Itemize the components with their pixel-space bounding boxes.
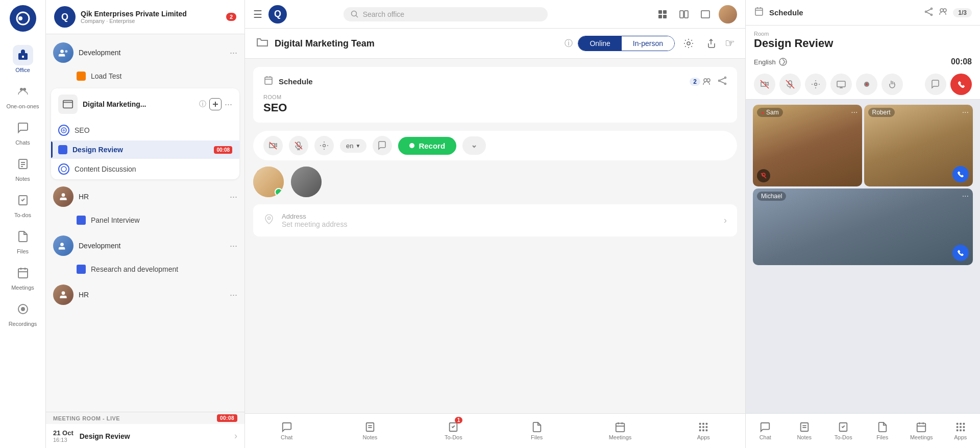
camera-off-btn[interactable] — [263, 136, 283, 155]
svg-line-83 — [761, 80, 769, 88]
michael-name: Michael — [761, 193, 782, 200]
design-review-room-item[interactable]: Design Review 00:08 — [51, 140, 239, 159]
svg-point-77 — [931, 14, 933, 15]
right-nav-apps[interactable]: Apps — [941, 414, 981, 448]
svg-rect-104 — [963, 423, 965, 425]
inperson-tab[interactable]: In-person — [622, 36, 674, 51]
svg-rect-65 — [699, 426, 701, 428]
svg-rect-108 — [957, 430, 959, 432]
todos-nav-badge: 1 — [455, 417, 463, 423]
right-people-icon[interactable] — [939, 7, 948, 18]
svg-rect-87 — [837, 81, 845, 87]
share-btn[interactable] — [702, 35, 720, 52]
box-view-icon[interactable] — [697, 6, 714, 22]
call-screen-btn[interactable] — [830, 74, 852, 95]
user-avatar[interactable] — [719, 5, 737, 23]
main-header: ☰ Q Search office — [245, 0, 745, 29]
hr-dots-btn-2[interactable]: ··· — [230, 290, 237, 300]
content-discussion-room-item[interactable]: Content Discussion — [51, 159, 239, 179]
sam-overlay: ● Sam ··· — [753, 105, 862, 120]
hr-dots-btn-1[interactable]: ··· — [230, 192, 237, 202]
development-dots-btn-2[interactable]: ··· — [230, 241, 237, 251]
share-small-icon[interactable] — [718, 76, 727, 87]
video-grid: ● Sam ··· Robert — [749, 103, 977, 267]
hr-group-header-2[interactable]: HR ··· — [46, 280, 244, 309]
right-nav-notes[interactable]: Notes — [785, 414, 824, 448]
development-group-header[interactable]: Development ··· — [46, 38, 244, 67]
seo-room-item[interactable]: SEO — [51, 120, 239, 140]
right-nav-notes-label: Notes — [797, 434, 812, 440]
panel-interview-item[interactable]: Panel Interview — [46, 211, 244, 229]
right-room-label: Room — [754, 31, 972, 37]
main-nav-files[interactable]: Files — [495, 414, 578, 448]
call-chat-btn[interactable] — [925, 74, 946, 95]
split-view-icon[interactable] — [676, 6, 692, 22]
more-btn[interactable] — [462, 136, 486, 155]
svg-rect-70 — [706, 430, 708, 432]
call-camera-btn[interactable] — [754, 74, 775, 95]
research-item[interactable]: Research and development — [46, 260, 244, 278]
svg-rect-19 — [63, 101, 72, 108]
chat-ctrl-btn[interactable] — [373, 136, 392, 155]
call-settings-btn[interactable] — [805, 74, 826, 95]
sidebar-item-recordings[interactable]: Recordings — [0, 295, 45, 331]
call-hand-btn[interactable] — [881, 74, 903, 95]
settings-ctrl-btn[interactable] — [314, 136, 334, 155]
hamburger-icon[interactable]: ☰ — [253, 8, 262, 20]
svg-rect-68 — [699, 430, 701, 432]
sidebar-item-files[interactable]: Files — [0, 222, 45, 258]
call-end-btn[interactable] — [950, 74, 972, 95]
dm-group-actions: ⓘ ··· — [199, 98, 232, 110]
room-info-icon[interactable]: ⓘ — [565, 38, 573, 49]
dm-add-btn[interactable] — [209, 98, 222, 110]
icon-sidebar: Office One-on-ones Chats Notes To-dos Fi… — [0, 0, 46, 448]
call-mic-btn[interactable] — [779, 74, 801, 95]
development-group-header-2[interactable]: Development ··· — [46, 231, 244, 260]
svg-point-18 — [65, 50, 67, 53]
app-logo — [10, 5, 36, 32]
sam-dots[interactable]: ··· — [851, 108, 857, 117]
dm-info-icon[interactable]: ⓘ — [199, 100, 206, 109]
right-nav-files[interactable]: Files — [863, 414, 902, 448]
address-section[interactable]: Address Set meeting address › — [253, 204, 737, 237]
chats-icon-wrap — [13, 117, 33, 138]
main-nav-chat[interactable]: Chat — [245, 414, 328, 448]
call-record-btn[interactable] — [856, 74, 877, 95]
robert-dots[interactable]: ··· — [962, 108, 969, 117]
right-nav-todos[interactable]: To-Dos — [824, 414, 863, 448]
sidebar-item-office[interactable]: Office — [0, 41, 45, 77]
lang-select[interactable]: en ▼ — [340, 139, 366, 153]
search-bar[interactable]: Search office — [344, 7, 548, 21]
research-icon — [77, 265, 86, 274]
development-dots-btn[interactable]: ··· — [230, 48, 237, 58]
main-nav-meetings[interactable]: Meetings — [578, 414, 662, 448]
live-meeting-info[interactable]: 21 Oct 16:13 Design Review › — [46, 424, 244, 448]
hr-group-header[interactable]: HR ··· — [46, 182, 244, 211]
sidebar-item-oneonones[interactable]: One-on-ones — [0, 77, 45, 113]
svg-line-28 — [356, 15, 358, 17]
grid-view-icon[interactable] — [654, 6, 671, 22]
right-nav-meetings[interactable]: Meetings — [902, 414, 941, 448]
dm-dots-btn[interactable]: ··· — [225, 99, 232, 110]
right-nav-apps-label: Apps — [954, 434, 967, 440]
channel-header: Q Qik Enterprises Private Limited Compan… — [46, 0, 244, 34]
mic-off-btn[interactable] — [289, 136, 308, 155]
schedule-section: Schedule 2 Room SEO — [253, 67, 737, 123]
sidebar-item-todos[interactable]: To-dos — [0, 186, 45, 222]
sidebar-item-chats[interactable]: Chats — [0, 113, 45, 150]
main-nav-meetings-label: Meetings — [609, 434, 632, 440]
sidebar-item-notes[interactable]: Notes — [0, 150, 45, 186]
settings-btn[interactable] — [680, 35, 697, 52]
load-test-item[interactable]: Load Test — [46, 67, 244, 85]
active-indicator — [51, 142, 53, 158]
main-nav-apps[interactable]: Apps — [662, 414, 745, 448]
record-btn[interactable]: Record — [398, 137, 456, 155]
online-tab[interactable]: Online — [578, 36, 621, 51]
room-info-label: Room — [263, 94, 727, 100]
main-nav-todos[interactable]: 1 To-Dos — [412, 414, 495, 448]
main-nav-notes[interactable]: Notes — [328, 414, 411, 448]
sidebar-item-meetings[interactable]: Meetings — [0, 258, 45, 295]
right-nav-chat[interactable]: Chat — [746, 414, 785, 448]
michael-dots[interactable]: ··· — [962, 192, 969, 201]
right-share-icon[interactable] — [924, 7, 934, 18]
